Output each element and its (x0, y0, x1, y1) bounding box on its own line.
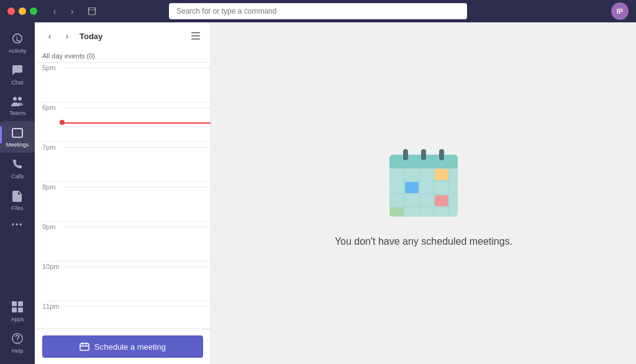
time-line-10pm (64, 266, 211, 267)
time-slot-6pm: 6pm (35, 102, 211, 142)
back-button[interactable]: ‹ (47, 4, 62, 19)
sidebar-item-meetings-label: Meetings (6, 142, 29, 148)
svg-rect-26 (435, 169, 448, 180)
time-slot-9pm: 9pm (35, 222, 211, 262)
schedule-meeting-label: Schedule a meeting (94, 342, 166, 352)
calendar-menu-button[interactable] (188, 29, 203, 43)
time-slot-7pm: 7pm (35, 142, 211, 182)
sidebar-item-chat-label: Chat (11, 80, 23, 86)
search-input[interactable] (169, 3, 467, 19)
compose-button[interactable] (84, 4, 99, 19)
sidebar-item-help-label: Help (12, 348, 24, 354)
sidebar-bottom: Apps Help (11, 296, 24, 359)
chat-icon (11, 64, 24, 78)
svg-rect-28 (435, 195, 448, 206)
svg-rect-5 (12, 307, 17, 312)
sidebar-item-apps[interactable]: Apps (11, 296, 24, 327)
svg-rect-27 (405, 182, 419, 193)
search-bar[interactable] (169, 3, 467, 19)
time-label-6pm: 6pm (42, 102, 64, 111)
svg-rect-10 (191, 35, 200, 37)
time-slot-10pm: 10pm (35, 262, 211, 301)
svg-rect-15 (389, 164, 458, 168)
time-slot-11pm: 11pm (35, 301, 211, 329)
svg-point-8 (17, 341, 18, 342)
time-label-5pm: 5pm (42, 63, 64, 71)
content-area: You don't have any scheduled meetings. (211, 22, 636, 364)
schedule-meeting-button[interactable]: Schedule a meeting (42, 335, 203, 358)
time-label-10pm: 10pm (42, 262, 64, 270)
time-label-7pm: 7pm (42, 142, 64, 151)
sidebar-item-help[interactable]: Help (11, 327, 24, 359)
calendar-forward-button[interactable]: › (60, 29, 75, 43)
sidebar-item-calls[interactable]: Calls (0, 153, 35, 184)
sidebar: Activity Chat Teams (0, 22, 35, 364)
avatar[interactable]: IP (611, 2, 629, 20)
time-slot-8pm: 8pm (35, 182, 211, 222)
sidebar-item-apps-label: Apps (11, 316, 24, 322)
close-dot[interactable] (7, 7, 15, 15)
calendar-back-button[interactable]: ‹ (42, 29, 57, 43)
time-slots-list[interactable]: 5pm 6pm 7pm 8pm 9pm 10 (35, 63, 211, 329)
all-day-events-bar: All day events (0) (35, 50, 211, 63)
sidebar-item-calls-label: Calls (11, 173, 24, 180)
svg-rect-3 (12, 301, 17, 306)
teams-icon (11, 96, 24, 109)
svg-point-0 (13, 97, 17, 101)
svg-rect-11 (191, 39, 200, 40)
time-label-11pm: 11pm (42, 301, 64, 310)
apps-icon (11, 301, 24, 315)
time-line-7pm (64, 147, 211, 148)
svg-rect-4 (18, 301, 23, 306)
svg-rect-9 (191, 32, 200, 34)
sidebar-item-activity[interactable]: Activity (0, 27, 35, 59)
time-label-8pm: 8pm (42, 182, 64, 191)
sidebar-item-teams[interactable]: Teams (0, 91, 35, 121)
current-time-line (62, 122, 211, 124)
empty-state: You don't have any scheduled meetings. (335, 139, 512, 247)
files-icon (12, 189, 23, 204)
svg-rect-2 (12, 129, 22, 137)
maximize-dot[interactable] (30, 7, 37, 15)
main-layout: Activity Chat Teams (0, 22, 636, 364)
svg-rect-16 (403, 149, 408, 160)
svg-rect-6 (18, 307, 23, 312)
window-controls (7, 7, 37, 15)
titlebar: ‹ › IP (0, 0, 636, 22)
more-icon: ••• (12, 221, 24, 229)
schedule-button-wrapper: Schedule a meeting (35, 329, 211, 364)
sidebar-item-more[interactable]: ••• (0, 216, 35, 234)
time-slot-5pm: 5pm (35, 63, 211, 102)
minimize-dot[interactable] (19, 7, 26, 15)
sidebar-item-chat[interactable]: Chat (0, 59, 35, 91)
calendar-panel: ‹ › Today All day events (0) 5pm 6pm (35, 22, 211, 364)
sidebar-item-files[interactable]: Files (0, 184, 35, 216)
current-time-dot (60, 120, 65, 125)
sidebar-item-meetings[interactable]: Meetings (0, 121, 35, 153)
time-line-5pm (64, 68, 211, 68)
time-label-9pm: 9pm (42, 222, 64, 230)
forward-button[interactable]: › (65, 4, 80, 19)
empty-state-message: You don't have any scheduled meetings. (335, 236, 512, 247)
svg-point-1 (18, 97, 22, 101)
time-line-6pm (64, 107, 211, 108)
sidebar-item-activity-label: Activity (9, 48, 27, 54)
time-line-9pm (64, 227, 211, 227)
time-line-8pm (64, 187, 211, 188)
svg-rect-17 (421, 149, 426, 160)
svg-rect-12 (80, 344, 89, 350)
help-icon (11, 332, 24, 347)
calendar-header: ‹ › Today (35, 22, 211, 50)
sidebar-item-teams-label: Teams (9, 110, 26, 116)
svg-rect-18 (439, 149, 444, 160)
calendar-current-view: Today (80, 32, 102, 41)
calls-icon (11, 158, 24, 172)
meetings-icon (11, 126, 24, 140)
calendar-illustration (377, 139, 470, 226)
schedule-calendar-icon (80, 342, 89, 352)
sidebar-item-files-label: Files (11, 205, 23, 211)
svg-rect-29 (390, 207, 404, 216)
nav-controls: ‹ › (47, 4, 99, 19)
time-line-11pm (64, 306, 211, 307)
activity-icon (11, 32, 24, 47)
